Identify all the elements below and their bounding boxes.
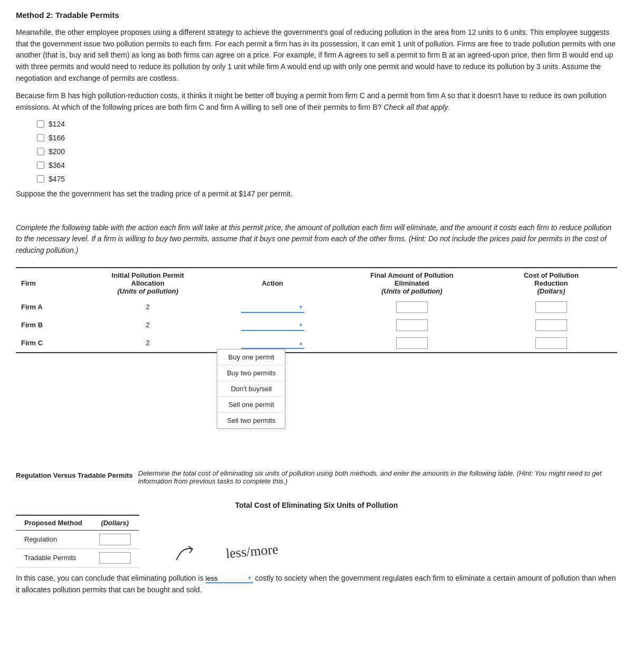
dropdown-item-dont-buy[interactable]: Don't buy/sell: [217, 381, 285, 397]
checkbox-label-200: $200: [49, 147, 65, 156]
firm-a-final-cell: [339, 298, 485, 316]
col-action: Action: [206, 268, 338, 298]
conclusion-dropdown[interactable]: less more: [206, 574, 253, 583]
firm-b-cost-input[interactable]: [535, 319, 567, 331]
regulation-cost-input[interactable]: [99, 534, 131, 545]
firm-b-label: Firm B: [16, 316, 89, 334]
table-row: Firm A 2 Buy one permit Buy two permits …: [16, 298, 617, 316]
firm-b-cost-cell: [485, 316, 617, 334]
table-row: Firm C 2 Buy one permit Buy two permits …: [16, 334, 617, 353]
table-row: Firm B 2 Buy one permit Buy two permits …: [16, 316, 617, 334]
cost-row-regulation: Regulation: [16, 530, 139, 548]
firm-b-action-wrapper: Buy one permit Buy two permits Don't buy…: [241, 319, 304, 331]
firm-c-cost-cell: [485, 334, 617, 353]
firm-c-label: Firm C: [16, 334, 89, 353]
regulation-text: Determine the total cost of eliminating …: [138, 469, 617, 485]
firm-a-action-wrapper: Buy one permit Buy two permits Don't buy…: [241, 301, 304, 313]
paragraph-2-italic: Check all that apply.: [383, 103, 449, 111]
checkbox-item-364: $364: [37, 161, 617, 169]
dropdown-popup: Buy one permit Buy two permits Don't buy…: [217, 349, 285, 429]
main-table: Firm Initial Pollution PermitAllocation …: [16, 267, 617, 353]
regulation-section: Regulation Versus Tradable Permits Deter…: [16, 469, 617, 485]
col-initial-allocation: Initial Pollution PermitAllocation (Unit…: [89, 268, 206, 298]
checkbox-364[interactable]: [37, 162, 44, 169]
cost-method-tradable: Tradable Permits: [16, 548, 91, 567]
firm-a-action-select[interactable]: Buy one permit Buy two permits Don't buy…: [241, 301, 304, 313]
paragraph-4: Complete the following table with the ac…: [16, 222, 617, 257]
checkbox-124[interactable]: [37, 120, 44, 128]
paragraph-1: Meanwhile, the other employee proposes u…: [16, 27, 617, 84]
col-final-amount: Final Amount of PollutionEliminated (Uni…: [339, 268, 485, 298]
conclusion-paragraph: In this case, you can conclude that elim…: [16, 573, 617, 596]
total-cost-title: Total Cost of Eliminating Six Units of P…: [16, 501, 617, 509]
main-table-section: Firm Initial Pollution PermitAllocation …: [16, 267, 617, 353]
firm-a-cost-input[interactable]: [535, 301, 567, 313]
dropdown-item-buy-one[interactable]: Buy one permit: [217, 349, 285, 365]
col-cost: Cost of PollutionReduction (Dollars): [485, 268, 617, 298]
firm-a-allocation: 2: [89, 298, 206, 316]
arrow-icon: [174, 541, 200, 562]
conclusion-dropdown-wrapper: less more: [206, 573, 253, 584]
cost-col-method: Proposed Method: [16, 515, 91, 531]
cost-col-dollars: (Dollars): [91, 515, 139, 531]
firm-c-action-select[interactable]: Buy one permit Buy two permits Don't buy…: [241, 337, 304, 349]
section-title: Method 2: Tradable Permits: [16, 11, 617, 20]
firm-a-label: Firm A: [16, 298, 89, 316]
checkbox-label-475: $475: [49, 175, 65, 183]
cost-dollars-tradable: [91, 548, 139, 567]
firm-b-allocation: 2: [89, 316, 206, 334]
firm-b-action-cell: Buy one permit Buy two permits Don't buy…: [206, 316, 338, 334]
checkbox-475[interactable]: [37, 175, 44, 183]
dropdown-item-sell-one[interactable]: Sell one permit: [217, 397, 285, 413]
cost-table: Proposed Method (Dollars) Regulation Tra…: [16, 515, 139, 567]
cost-dollars-regulation: [91, 530, 139, 548]
paragraph-3: Suppose the the government has set the t…: [16, 188, 617, 200]
firm-c-action-wrapper: Buy one permit Buy two permits Don't buy…: [241, 337, 304, 349]
firm-c-cost-input[interactable]: [535, 337, 567, 349]
checkbox-item-124: $124: [37, 120, 617, 128]
firm-b-final-input[interactable]: [396, 319, 428, 331]
firm-b-final-cell: [339, 316, 485, 334]
dropdown-box: Buy one permit Buy two permits Don't buy…: [217, 349, 285, 429]
dropdown-item-sell-two[interactable]: Sell two permits: [217, 413, 285, 428]
firm-c-final-input[interactable]: [396, 337, 428, 349]
checkbox-item-200: $200: [37, 147, 617, 156]
dropdown-item-buy-two[interactable]: Buy two permits: [217, 365, 285, 381]
col-firm: Firm: [16, 268, 89, 298]
firm-a-action-cell: Buy one permit Buy two permits Don't buy…: [206, 298, 338, 316]
paragraph-2-text: Because firm B has high pollution-reduct…: [16, 91, 607, 111]
firm-c-allocation: 2: [89, 334, 206, 353]
conclusion-section: In this case, you can conclude that elim…: [16, 573, 617, 596]
tradable-cost-input[interactable]: [99, 552, 131, 564]
firm-c-action-cell: Buy one permit Buy two permits Don't buy…: [206, 334, 338, 353]
cost-row-tradable: Tradable Permits: [16, 548, 139, 567]
cost-method-regulation: Regulation: [16, 530, 91, 548]
checkbox-group: $124 $166 $200 $364 $475: [37, 120, 617, 183]
checkbox-item-166: $166: [37, 134, 617, 142]
regulation-label: Regulation Versus Tradable Permits: [16, 469, 133, 479]
paragraph-2: Because firm B has high pollution-reduct…: [16, 90, 617, 113]
firm-a-final-input[interactable]: [396, 301, 428, 313]
firm-b-action-select[interactable]: Buy one permit Buy two permits Don't buy…: [241, 319, 304, 331]
handwriting-text: less/more: [225, 541, 279, 562]
checkbox-label-166: $166: [49, 134, 65, 142]
checkbox-label-364: $364: [49, 161, 65, 169]
checkbox-200[interactable]: [37, 148, 44, 155]
handwriting-annotation: less/more: [174, 541, 617, 562]
conclusion-select-wrapper: less more: [206, 574, 255, 582]
checkbox-166[interactable]: [37, 134, 44, 141]
firm-c-final-cell: [339, 334, 485, 353]
checkbox-label-124: $124: [49, 120, 65, 128]
conclusion-prefix: In this case, you can conclude that elim…: [16, 574, 204, 582]
total-cost-section: Total Cost of Eliminating Six Units of P…: [16, 501, 617, 562]
checkbox-item-475: $475: [37, 175, 617, 183]
firm-a-cost-cell: [485, 298, 617, 316]
